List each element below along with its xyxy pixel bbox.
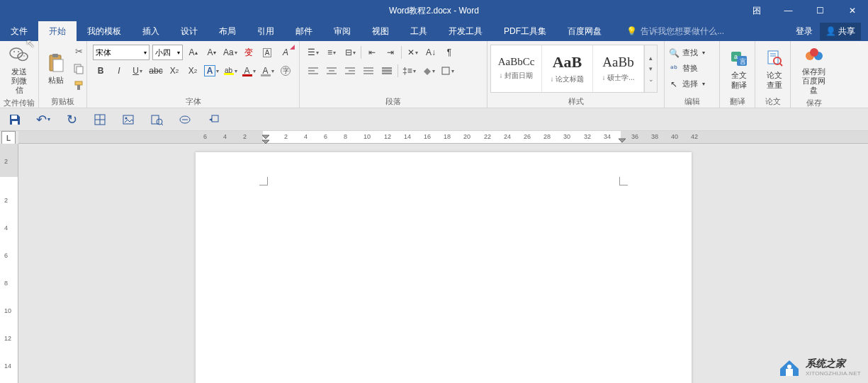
cursor-icon: ↖: [668, 79, 680, 89]
tab-home[interactable]: 开始: [38, 21, 77, 41]
clear-format-button[interactable]: A◢: [278, 45, 293, 60]
clipboard-icon: [45, 52, 67, 74]
login-link[interactable]: 登录: [796, 25, 813, 38]
horizontal-ruler[interactable]: 6422468101214161820222426283032343638404…: [18, 131, 868, 144]
superscript-button[interactable]: X2: [185, 63, 201, 79]
distribute-button[interactable]: [379, 63, 395, 79]
copy-button[interactable]: [72, 62, 86, 76]
align-left-button[interactable]: [305, 63, 321, 79]
svg-rect-12: [77, 85, 80, 90]
tab-mailings[interactable]: 邮件: [285, 21, 323, 41]
comment-button[interactable]: [205, 112, 221, 127]
tab-mytemplate[interactable]: 我的模板: [77, 21, 132, 41]
picture-button[interactable]: [120, 112, 136, 127]
style-cover-date[interactable]: AaBbCc ↓ 封面日期: [491, 45, 542, 92]
underline-button[interactable]: U: [130, 63, 145, 79]
share-button[interactable]: 👤 共享: [820, 23, 861, 40]
show-hide-button[interactable]: ¶: [441, 45, 457, 60]
phonetic-guide-button[interactable]: 变: [241, 45, 257, 60]
increase-indent-button[interactable]: ⇥: [383, 45, 398, 60]
account-icon[interactable]: 囨: [740, 0, 772, 21]
line-spacing-button[interactable]: ‡≡: [401, 63, 417, 79]
indent-marker[interactable]: [262, 132, 269, 144]
change-case-button[interactable]: Aa: [222, 45, 238, 60]
subscript-button[interactable]: X2: [167, 63, 182, 79]
maximize-button[interactable]: ☐: [804, 0, 836, 21]
table-button[interactable]: [92, 112, 108, 127]
tab-baidu[interactable]: 百度网盘: [557, 21, 612, 41]
strikethrough-button[interactable]: abc: [148, 63, 164, 79]
margin-corner-tl: [259, 177, 268, 185]
italic-button[interactable]: I: [111, 63, 127, 79]
grow-font-button[interactable]: A▴: [186, 45, 201, 60]
close-button[interactable]: ✕: [836, 0, 868, 21]
cut-button[interactable]: ✂: [72, 45, 86, 59]
undo-button[interactable]: ↶▾: [35, 112, 51, 127]
enclose-char-button[interactable]: 字: [278, 63, 293, 79]
translate-button[interactable]: a言 全文翻译: [723, 43, 755, 93]
vertical-ruler[interactable]: 22468101214: [0, 144, 18, 383]
document-area[interactable]: [18, 144, 868, 383]
svg-text:a: a: [734, 53, 738, 60]
font-color-button[interactable]: A: [241, 63, 257, 79]
replace-button[interactable]: ᵃᵇ替换: [668, 62, 705, 76]
numbering-button[interactable]: ≡: [324, 45, 339, 60]
align-right-button[interactable]: [342, 63, 358, 79]
multilevel-button[interactable]: ⊟: [342, 45, 358, 60]
hyperlink-button[interactable]: [177, 112, 193, 127]
char-shading-button[interactable]: A: [259, 63, 275, 79]
style-thesis-title[interactable]: AaB ↓ 论文标题: [542, 45, 593, 92]
sort-button[interactable]: A↓: [423, 45, 439, 60]
char-border-button[interactable]: A: [259, 45, 275, 60]
tab-pdf[interactable]: PDF工具集: [493, 21, 557, 41]
shading-button[interactable]: [420, 63, 436, 79]
wechat-icon: [8, 43, 30, 66]
tab-tools[interactable]: 工具: [400, 21, 438, 41]
page[interactable]: [196, 152, 692, 383]
font-name-select[interactable]: 宋体▾: [93, 45, 150, 60]
group-label-clipboard: 剪贴板: [39, 96, 86, 108]
shrink-font-button[interactable]: A▾: [204, 45, 220, 60]
tab-review[interactable]: 审阅: [323, 21, 361, 41]
find-button[interactable]: 🔍查找▾: [668, 46, 705, 60]
paste-button[interactable]: 粘贴: [43, 52, 69, 85]
tab-selector[interactable]: L: [1, 131, 16, 145]
group-label-cloud: 保存: [791, 98, 837, 108]
tab-insert[interactable]: 插入: [132, 21, 170, 41]
font-size-select[interactable]: 小四▾: [152, 45, 183, 60]
tab-design[interactable]: 设计: [170, 21, 208, 41]
send-to-wechat-button[interactable]: 发送到微信: [4, 43, 35, 96]
group-label-styles: 样式: [487, 96, 664, 108]
tab-developer[interactable]: 开发工具: [438, 21, 493, 41]
thesis-check-button[interactable]: 论文查重: [759, 43, 790, 93]
select-button[interactable]: ↖选择▾: [668, 77, 705, 91]
tab-references[interactable]: 引用: [247, 21, 285, 41]
redo-button[interactable]: ↻: [64, 112, 79, 127]
bold-button[interactable]: B: [93, 63, 108, 79]
format-painter-button[interactable]: [72, 79, 86, 93]
group-label-editing: 编辑: [665, 96, 719, 108]
highlight-button[interactable]: ab: [222, 63, 238, 79]
right-indent-marker[interactable]: [619, 137, 626, 143]
style-master[interactable]: AaBb ↓ 硕士学...: [593, 45, 644, 92]
tab-view[interactable]: 视图: [361, 21, 400, 41]
tell-me-search[interactable]: 💡 告诉我您想要做什么...: [626, 21, 724, 41]
bulb-icon: 💡: [626, 26, 637, 36]
save-button[interactable]: [7, 112, 23, 127]
asian-layout-button[interactable]: ✕: [405, 45, 420, 60]
align-center-button[interactable]: [324, 63, 339, 79]
decrease-indent-button[interactable]: ⇤: [364, 45, 380, 60]
save-to-cloud-button[interactable]: 保存到百度网盘: [794, 43, 833, 96]
styles-more[interactable]: ▴▾⌄: [644, 45, 657, 92]
justify-button[interactable]: [361, 63, 376, 79]
minimize-button[interactable]: —: [772, 0, 804, 21]
tab-file[interactable]: 文件: [0, 21, 38, 41]
preview-button[interactable]: [149, 112, 164, 127]
text-effects-button[interactable]: A: [203, 63, 220, 79]
borders-button[interactable]: [439, 63, 456, 79]
tab-layout[interactable]: 布局: [208, 21, 247, 41]
workspace: L 64224681012141618202224262830323436384…: [0, 131, 868, 383]
watermark-text-en: XITONGZHIJIA.NET: [806, 370, 861, 377]
group-label-font: 字体: [87, 96, 299, 108]
bullets-button[interactable]: ☰: [305, 45, 321, 60]
